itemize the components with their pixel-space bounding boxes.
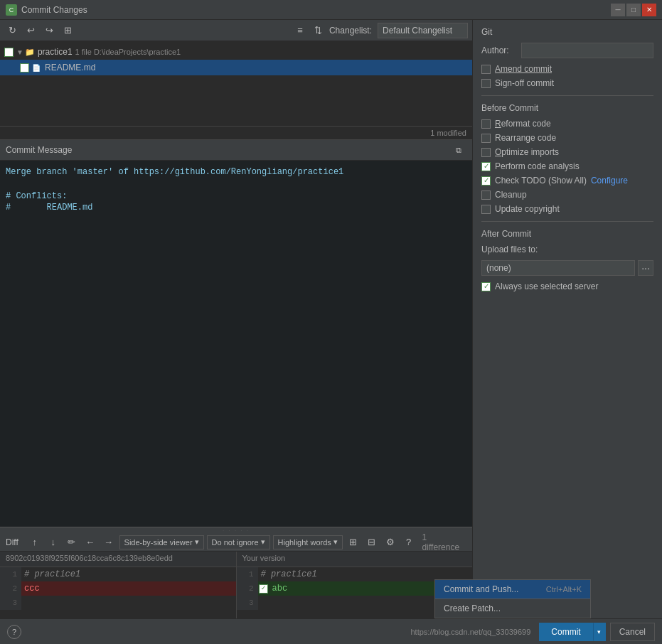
diff-edit-btn[interactable]: ✏ <box>64 535 80 550</box>
upload-server-select[interactable]: (none) <box>481 260 635 276</box>
upload-files-label: Upload files to: <box>481 245 538 254</box>
after-commit-title: After Commit <box>481 229 653 239</box>
file-tree: ▼ 📁 practice1 1 file D:\ideaProjects\pra… <box>0 41 472 127</box>
section-divider-1 <box>481 95 653 96</box>
update-copyright-label: Update copyright <box>495 204 560 214</box>
always-use-server-label: Always use selected server <box>495 281 598 291</box>
perform-analysis-label: Perform code analysis <box>495 161 580 171</box>
upload-dropdown-row: (none) ··· <box>481 260 653 276</box>
left-panel: ↻ ↩ ↪ ⊞ ≡ ⇅ Changelist: Default Changeli… <box>0 20 473 644</box>
commit-message-header: Commit Message ⧉ <box>0 140 472 161</box>
file-checkbox[interactable] <box>20 63 29 73</box>
diff-settings-btn[interactable]: ⚙ <box>383 535 398 550</box>
folder-icon: 📁 <box>25 48 35 57</box>
diff-count: 1 difference <box>422 532 466 552</box>
cleanup-label: Cleanup <box>495 190 527 200</box>
commit-message-label: Commit Message <box>6 145 72 155</box>
file-tree-item[interactable]: 📄 README.md <box>0 60 472 75</box>
optimize-imports-label: Optimize imports <box>495 147 559 157</box>
amend-commit-checkbox[interactable] <box>481 65 491 74</box>
author-label: Author: <box>481 45 517 55</box>
check-todo-row: Check TODO (Show All) Configure <box>481 176 653 186</box>
update-copyright-checkbox[interactable] <box>481 205 491 214</box>
refresh-button[interactable]: ↻ <box>4 23 20 38</box>
section-divider-2 <box>481 221 653 222</box>
commit-message-input[interactable]: Merge branch 'master' of https://github.… <box>0 161 472 527</box>
diff-help-btn[interactable]: ? <box>401 535 417 550</box>
root-folder-name: practice1 <box>38 47 73 57</box>
maximize-button[interactable]: □ <box>626 4 641 16</box>
diff-left-line-1: 1 # practice1 <box>0 567 236 581</box>
author-row: Author: <box>481 43 653 58</box>
commit-message-expand-btn[interactable]: ⧉ <box>451 142 466 158</box>
close-button[interactable]: ✕ <box>642 4 656 16</box>
before-commit-title: Before Commit <box>481 103 653 113</box>
commit-and-push-label: Commit and Push... <box>444 584 518 594</box>
diff-right-version: Your version <box>237 552 473 567</box>
author-input[interactable] <box>521 43 653 58</box>
minimize-button[interactable]: ─ <box>611 4 625 16</box>
file-name: README.md <box>45 63 95 73</box>
perform-analysis-checkbox[interactable] <box>481 162 491 171</box>
cancel-button[interactable]: Cancel <box>610 623 655 641</box>
git-section-title: Git <box>481 27 653 37</box>
diff-expand-btn[interactable]: ⊞ <box>346 535 361 550</box>
help-button[interactable]: ? <box>7 625 21 639</box>
file-icon: 📄 <box>32 64 42 72</box>
commit-message-section: Commit Message ⧉ Merge branch 'master' o… <box>0 140 472 527</box>
root-checkbox[interactable] <box>4 48 14 57</box>
diff-next-btn[interactable]: → <box>101 535 117 550</box>
always-use-server-checkbox[interactable] <box>481 282 491 291</box>
diff-ignore-select[interactable]: Do not ignore ▾ <box>207 535 270 549</box>
commit-and-push-shortcut: Ctrl+Alt+K <box>546 585 582 594</box>
group-button[interactable]: ⊞ <box>60 23 75 38</box>
toolbar: ↻ ↩ ↪ ⊞ ≡ ⇅ Changelist: Default Changeli… <box>0 20 472 41</box>
status-text: https://blog.csdn.net/qq_33039699 <box>410 628 530 636</box>
commit-dropdown-button[interactable]: ▾ <box>593 623 606 641</box>
filter-button[interactable]: ⇅ <box>311 23 326 38</box>
configure-link[interactable]: Configure <box>591 176 628 186</box>
amend-commit-label: Amend commit <box>495 64 552 74</box>
create-patch-item[interactable]: Create Patch... <box>435 599 590 618</box>
window-title: Commit Changes <box>21 5 611 15</box>
cleanup-checkbox[interactable] <box>481 190 491 200</box>
reformat-code-checkbox[interactable] <box>481 119 491 129</box>
diff-sync-btn[interactable]: ⊟ <box>364 535 380 550</box>
undo-button[interactable]: ↩ <box>23 23 38 38</box>
diff-down-btn[interactable]: ↓ <box>46 535 61 550</box>
redo-button[interactable]: ↪ <box>41 23 57 38</box>
changelist-select[interactable]: Default Changelist <box>378 23 468 38</box>
diff-viewer-select[interactable]: Side-by-side viewer ▾ <box>119 535 204 549</box>
upload-server-dots-btn[interactable]: ··· <box>638 260 653 276</box>
diff-left-line-3: 3 <box>0 596 236 610</box>
tree-root-item[interactable]: ▼ 📁 practice1 1 file D:\ideaProjects\pra… <box>0 44 472 60</box>
check-todo-checkbox[interactable] <box>481 176 491 186</box>
commit-button[interactable]: Commit <box>539 623 592 641</box>
main-container: ↻ ↩ ↪ ⊞ ≡ ⇅ Changelist: Default Changeli… <box>0 20 662 644</box>
title-bar: C Commit Changes ─ □ ✕ <box>0 0 662 20</box>
commit-popup-menu: Commit and Push... Ctrl+Alt+K Create Pat… <box>434 579 591 618</box>
check-todo-label: Check TODO (Show All) <box>495 176 587 186</box>
root-folder-info: 1 file D:\ideaProjects\practice1 <box>75 48 181 56</box>
diff-line-checkbox[interactable] <box>259 584 268 594</box>
app-icon: C <box>6 4 17 16</box>
optimize-imports-checkbox[interactable] <box>481 148 491 157</box>
always-use-server-row: Always use selected server <box>481 281 653 291</box>
commit-and-push-item[interactable]: Commit and Push... Ctrl+Alt+K <box>435 580 590 599</box>
sort-button[interactable]: ≡ <box>292 23 308 38</box>
diff-highlight-select[interactable]: Highlight words ▾ <box>273 535 343 549</box>
signoff-commit-checkbox[interactable] <box>481 79 491 88</box>
resize-handle-top[interactable]: · · · · · <box>0 527 472 533</box>
cleanup-row: Cleanup <box>481 190 653 200</box>
rearrange-code-checkbox[interactable] <box>481 134 491 143</box>
bottom-bar: ? https://blog.csdn.net/qq_33039699 Comm… <box>0 618 662 644</box>
diff-up-btn[interactable]: ↑ <box>27 535 43 550</box>
diff-left-lines: 1 # practice1 2 ccc 3 <box>0 567 236 610</box>
diff-prev-btn[interactable]: ← <box>82 535 98 550</box>
signoff-commit-label: Sign-off commit <box>495 78 554 88</box>
create-patch-label: Create Patch... <box>444 603 501 613</box>
diff-title: Diff <box>6 537 18 547</box>
upload-files-row: Upload files to: <box>481 245 653 254</box>
reformat-code-label: Reformat code <box>495 119 551 129</box>
update-copyright-row: Update copyright <box>481 204 653 214</box>
